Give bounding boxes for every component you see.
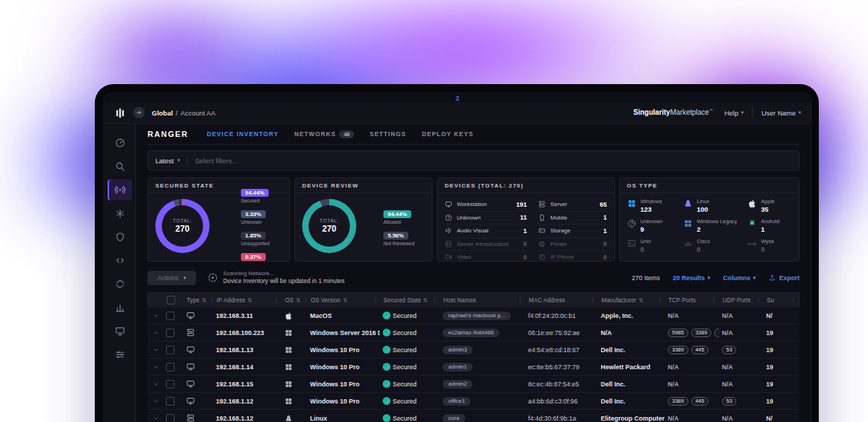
row-expand-icon[interactable] (153, 346, 160, 354)
sidebar-item-sliders[interactable] (108, 344, 132, 365)
column-menu-icon[interactable]: ⋮ (517, 297, 524, 304)
column-header-su[interactable]: Su⋮ (764, 297, 799, 304)
column-menu-icon[interactable]: ⋮ (209, 297, 214, 304)
column-header-udp-ports[interactable]: UDP Ports⋮ (720, 297, 764, 304)
device-type-row: Mobile1 (538, 212, 606, 225)
column-header-secured-state[interactable]: Secured State⇅⋮ (381, 297, 440, 304)
column-menu-icon[interactable]: ⋮ (711, 297, 718, 304)
sidebar-item-remote[interactable] (108, 321, 132, 341)
sidebar-item-chart[interactable] (108, 297, 132, 318)
filter-input[interactable]: Select filters... (195, 157, 237, 165)
sidebar-item-shield[interactable] (108, 227, 132, 247)
table-row[interactable]: 192.168.1.13Windows 10 ProSecuredadmin3e… (148, 341, 800, 359)
device-type-row: Server Infrastructure0 (445, 238, 527, 252)
os-type-card: OS TYPE Windows123Linux100Apple35Unknown… (619, 177, 800, 262)
android-icon (748, 219, 757, 228)
column-menu-icon[interactable]: ⋮ (303, 297, 308, 304)
row-expand-icon[interactable] (153, 415, 160, 422)
windows-icon (284, 397, 293, 406)
row-expand-icon[interactable] (153, 381, 160, 388)
tab-networks[interactable]: NETWORKS46 (294, 130, 354, 138)
column-header-mac-address[interactable]: MAC Address⋮ (526, 297, 599, 304)
row-checkbox[interactable] (166, 380, 175, 388)
tab-device-inventory[interactable]: DEVICE INVENTORY (207, 130, 279, 138)
breadcrumb-root[interactable]: Global (152, 109, 173, 117)
column-menu-icon[interactable]: ⋮ (432, 297, 438, 304)
row-checkbox[interactable] (166, 312, 175, 320)
sort-icon[interactable]: ⇅ (247, 297, 252, 304)
sidebar-item-ranger[interactable] (108, 180, 132, 200)
row-expand-icon[interactable] (153, 364, 160, 371)
row-checkbox[interactable] (166, 363, 175, 371)
column-menu-icon[interactable]: ⋮ (372, 297, 378, 304)
filter-bar[interactable]: Latest▾ Select filters... (148, 150, 800, 170)
results-dropdown[interactable]: 20 Results▾ (673, 274, 711, 282)
row-checkbox[interactable] (166, 397, 175, 406)
windows-icon (284, 329, 293, 337)
device-type-row: Server65 (538, 198, 606, 212)
column-header-os-version[interactable]: OS Version⇅⋮ (308, 297, 381, 304)
actions-button[interactable]: Actions▾ (148, 271, 196, 285)
scanning-icon (207, 272, 218, 283)
row-expand-icon[interactable] (153, 312, 160, 319)
cell-secured-state: Secured (380, 329, 440, 336)
table-row[interactable]: 192.168.1.15Windows 10 ProSecuredadmin28… (148, 376, 800, 393)
sort-icon[interactable]: ⇅ (296, 297, 301, 304)
cell-subnet: 19 (763, 329, 800, 336)
column-menu-icon[interactable]: ⋮ (755, 297, 762, 304)
cell-os-version: MacOS (307, 312, 380, 319)
column-menu-icon[interactable]: ⋮ (274, 297, 280, 304)
cell-manufacturer: Hewlett Packard (598, 364, 665, 371)
cell-udp-ports: 53 (719, 397, 763, 406)
cell-udp-ports: 53 (719, 346, 763, 354)
sidebar-item-code[interactable] (108, 250, 132, 271)
wyse-icon: WYSE (748, 239, 757, 248)
column-header-ip-address[interactable]: IP Address⇅⋮ (214, 297, 282, 304)
device-type-row: Video0 (445, 251, 527, 262)
row-expand-icon[interactable] (153, 329, 160, 336)
scope-button[interactable] (133, 107, 145, 118)
sort-icon[interactable]: ⇅ (423, 297, 428, 304)
column-menu-icon[interactable]: ⋮ (590, 297, 596, 304)
monitor-icon (186, 345, 195, 354)
column-header-os[interactable]: OS⇅⋮ (282, 297, 308, 304)
cell-host-names: admin2 (440, 380, 525, 388)
row-checkbox[interactable] (166, 414, 175, 422)
select-all-checkbox[interactable] (167, 296, 175, 304)
cell-subnet: 19 (763, 398, 800, 405)
sidebar-item-automation[interactable] (108, 203, 132, 224)
column-header-host-names[interactable]: Host Names⋮ (440, 297, 526, 304)
column-header-tcp-ports[interactable]: TCP Ports⋮ (666, 297, 720, 304)
breadcrumb-current[interactable]: Account AA (180, 109, 215, 117)
columns-dropdown[interactable]: Columns▾ (723, 274, 755, 282)
help-menu[interactable]: Help▾ (724, 109, 743, 117)
sort-icon[interactable]: ⇅ (639, 297, 644, 304)
row-checkbox[interactable] (166, 346, 175, 354)
filter-preset-dropdown[interactable]: Latest▾ (155, 157, 180, 165)
sidebar-item-sync[interactable] (108, 274, 132, 294)
sort-icon[interactable]: ⇅ (343, 297, 348, 304)
cell-ip-address: 192.168.1.14 (213, 364, 281, 371)
row-expand-icon[interactable] (153, 398, 160, 405)
table-row[interactable]: 192.168.1.12LinuxSecuredcoraf4:4d:30:6f:… (148, 410, 800, 422)
server-icon (186, 413, 195, 422)
row-checkbox[interactable] (166, 329, 175, 337)
tab-settings[interactable]: SETTINGS (370, 130, 406, 138)
column-header-type[interactable]: Type⇅⋮ (184, 297, 214, 304)
table-row[interactable]: 192.168.1.14Windows 10 ProSecuredadmin1e… (148, 359, 800, 376)
sidebar-item-gauge[interactable] (108, 133, 132, 153)
table-row[interactable]: 192.168.100.223Windows Server 2016 Da...… (148, 324, 800, 341)
column-header-manufacturer[interactable]: Manufacturer⇅⋮ (599, 297, 666, 304)
column-menu-icon[interactable]: ⋮ (657, 297, 663, 304)
column-menu-icon[interactable]: ⋮ (790, 297, 797, 304)
export-button[interactable]: Export (768, 274, 800, 282)
table-row[interactable]: 192.168.3.11MacOSSecuredraphael's macboo… (148, 307, 800, 324)
sort-icon[interactable]: ⇅ (202, 297, 207, 304)
sidebar-item-search[interactable] (108, 156, 132, 177)
user-menu[interactable]: User Name▾ (761, 109, 801, 117)
cell-udp-ports: N/A (719, 329, 763, 336)
table-row[interactable]: 192.168.1.12Windows 10 ProSecuredoffice1… (148, 393, 800, 410)
linux-icon (683, 199, 693, 208)
windows-icon (284, 363, 293, 371)
tab-deploy-keys[interactable]: DEPLOY KEYS (422, 130, 473, 138)
